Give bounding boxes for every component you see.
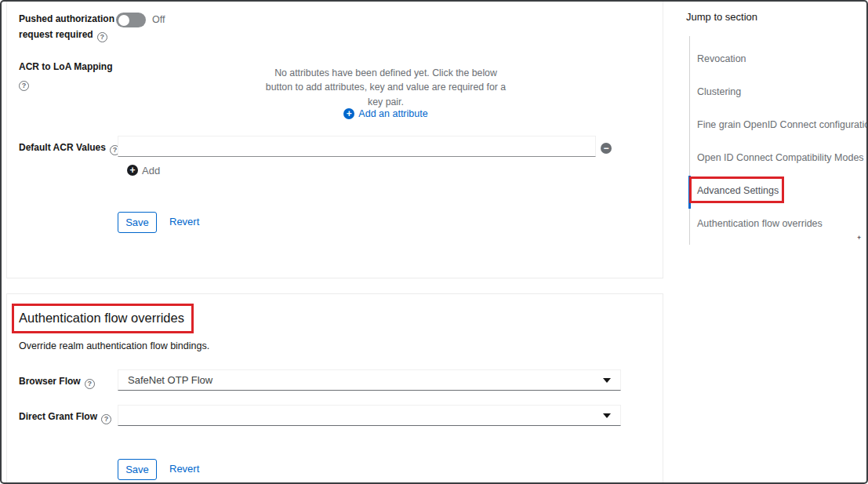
pushed-auth-toggle[interactable]	[116, 13, 146, 27]
minus-circle-icon: −	[601, 143, 612, 154]
browser-flow-row-label: Browser Flow?	[19, 373, 95, 389]
sidebar-divider	[689, 36, 690, 245]
remove-acr-value-button[interactable]: −	[601, 140, 612, 155]
revert-button[interactable]: Revert	[169, 463, 199, 475]
save-button[interactable]: Save	[118, 212, 157, 233]
browser-flow-value: SafeNet OTP Flow	[128, 374, 212, 386]
add-attribute-wrap: +Add an attribute	[229, 106, 543, 120]
caret-down-icon	[603, 413, 611, 418]
add-attribute-label: Add an attribute	[358, 108, 427, 119]
default-acr-label: Default ACR Values	[19, 142, 106, 153]
default-acr-row-label: Default ACR Values?	[19, 140, 120, 155]
add-acr-value-button[interactable]: +Add	[127, 162, 160, 176]
direct-grant-row-label: Direct Grant Flow?	[19, 409, 111, 424]
direct-grant-flow-label: Direct Grant Flow	[19, 411, 97, 422]
browser-flow-label: Browser Flow	[19, 376, 81, 387]
sidebar-item-openid-compatibility[interactable]: Open ID Connect Compatibility Modes	[697, 152, 864, 163]
jump-to-section-title: Jump to section	[686, 11, 757, 23]
sidebar-item-revocation[interactable]: Revocation	[697, 53, 746, 64]
sidebar-item-clustering[interactable]: Clustering	[697, 86, 741, 97]
add-attribute-link[interactable]: +Add an attribute	[343, 108, 427, 119]
help-icon[interactable]: ?	[97, 32, 107, 42]
cursor-mark: +	[857, 234, 861, 242]
add-acr-value-label: Add	[142, 165, 160, 176]
sidebar-item-advanced-settings[interactable]: Advanced Settings	[697, 185, 779, 196]
caret-down-icon	[603, 378, 611, 383]
help-icon[interactable]: ?	[19, 81, 29, 91]
acr-mapping-label: ACR to LoA Mapping	[19, 60, 113, 75]
default-acr-input[interactable]	[118, 136, 596, 157]
sidebar-item-fine-grain-openid[interactable]: Fine grain OpenID Connect configuration	[697, 119, 868, 130]
plus-circle-icon: +	[127, 165, 138, 176]
acr-mapping-help: ?	[19, 75, 29, 91]
active-section-indicator	[688, 176, 691, 209]
help-icon[interactable]: ?	[101, 414, 111, 424]
browser-flow-select[interactable]: SafeNet OTP Flow	[118, 369, 621, 391]
sidebar-item-auth-flow-overrides[interactable]: Authentication flow overrides	[697, 218, 823, 229]
acr-empty-state-text: No attributes have been defined yet. Cli…	[229, 66, 543, 109]
pushed-auth-toggle-state: Off	[152, 14, 165, 25]
auth-overrides-subtitle: Override realm authentication flow bindi…	[19, 340, 209, 351]
revert-button[interactable]: Revert	[169, 216, 199, 227]
auth-overrides-title: Authentication flow overrides	[19, 311, 184, 326]
direct-grant-flow-select[interactable]	[118, 405, 621, 426]
plus-circle-icon: +	[343, 108, 354, 119]
toggle-knob-icon	[118, 15, 129, 26]
save-button[interactable]: Save	[118, 459, 157, 480]
settings-page: Pushed authorization request required? O…	[0, 0, 868, 484]
help-icon[interactable]: ?	[85, 379, 95, 389]
